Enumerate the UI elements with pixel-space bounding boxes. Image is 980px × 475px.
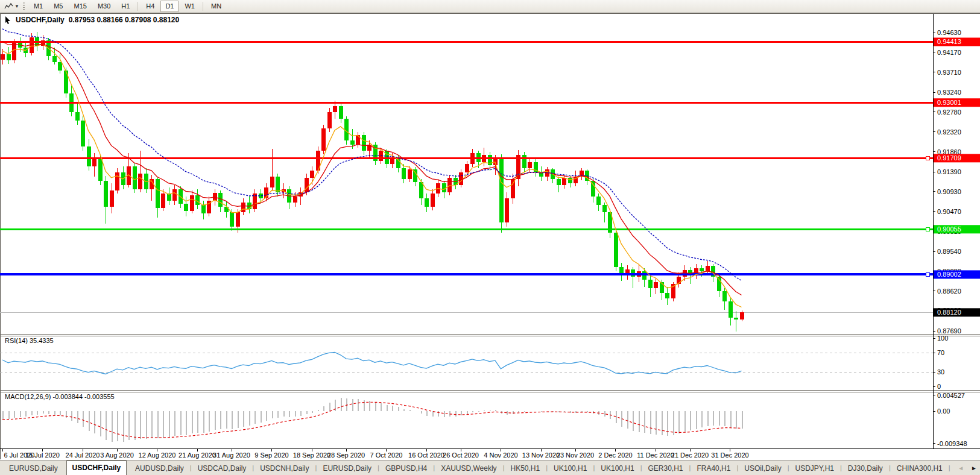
timeframe-button-h1[interactable]: H1 [116, 1, 134, 12]
timeframe-button-d1[interactable]: D1 [160, 1, 179, 12]
tab-usdjpy-h1-14[interactable]: USDJPY,H1 [790, 462, 839, 475]
candle-body [648, 280, 653, 288]
candle-body [293, 197, 297, 203]
timeframe-button-m15[interactable]: M15 [69, 1, 91, 12]
price-tick-label: 0.87690 [937, 327, 961, 335]
rsi-tick-label: 30 [937, 368, 944, 376]
candle-body [729, 301, 733, 318]
candle-body [7, 54, 11, 60]
timeframe-button-w1[interactable]: W1 [180, 1, 200, 12]
hline-handle-0.89002[interactable] [926, 272, 930, 276]
candles-layer [1, 32, 744, 332]
candle-body [562, 178, 566, 185]
candle-body [482, 155, 486, 162]
candle-body [470, 153, 475, 163]
candle-body [92, 158, 96, 166]
candle-body [52, 56, 57, 61]
candle-body [310, 171, 314, 178]
date-tick-label: 23 Nov 2020 [557, 451, 594, 459]
tab-usdcad-daily-3[interactable]: USDCAD,Daily [192, 462, 252, 475]
candle-body [138, 174, 142, 189]
current-price-label: 0.88120 [937, 309, 961, 316]
toolbar-grip[interactable] [23, 2, 25, 10]
candle-body [218, 193, 223, 207]
candle-body [230, 212, 234, 227]
timeframe-button-h4[interactable]: H4 [141, 1, 159, 12]
tab-usdcnh-daily-4[interactable]: USDCNH,Daily [254, 462, 314, 475]
candle-body [499, 159, 504, 222]
candle-body [58, 62, 62, 71]
hline-handle-0.91709[interactable] [926, 156, 930, 160]
ma-mid-red [2, 42, 742, 295]
tab-audusd-daily-2[interactable]: AUDUSD,Daily [130, 462, 189, 475]
tab-china300-h1-16[interactable]: CHINA300,H1 [891, 462, 948, 475]
tab-usdchf-daily-1[interactable]: USDCHF,Daily [66, 461, 127, 475]
candle-body [282, 189, 286, 192]
candle-body [367, 145, 371, 151]
tab-usoil-daily-13[interactable]: USOil,Daily [739, 462, 786, 475]
candle-body [30, 37, 34, 53]
toolbar-separator [203, 2, 203, 11]
candle-body [339, 106, 343, 119]
hline-label-0.90055: 0.90055 [937, 225, 961, 233]
candle-body [98, 158, 103, 181]
date-tick-label: 24 Jul 2020 [66, 451, 100, 459]
candle-body [585, 171, 589, 181]
candle-body [344, 119, 349, 140]
tab-dj30-daily-15[interactable]: DJ30,Daily [842, 462, 888, 475]
candle-body [608, 212, 612, 233]
timeframe-button-m5[interactable]: M5 [49, 1, 68, 12]
timeframe-button-m30[interactable]: M30 [93, 1, 115, 12]
candle-body [654, 282, 658, 288]
candle-body [81, 121, 85, 146]
tab-eurusd-daily-5[interactable]: EURUSD,Daily [317, 462, 377, 475]
tab-eurusd-daily-0[interactable]: EURUSD,Daily [4, 462, 63, 475]
tab-gbpusd-h4-6[interactable]: GBPUSD,H4 [380, 462, 432, 475]
chevron-down-icon: ▼ [14, 4, 19, 9]
candle-body [87, 146, 91, 166]
candle-body [264, 187, 268, 198]
price-tick-label: 0.90010 [937, 228, 961, 235]
candle-body [493, 159, 498, 165]
candle-body [150, 179, 154, 189]
chart-cursor-tool[interactable]: ▼ [2, 1, 21, 11]
price-tick-label: 0.90470 [937, 208, 961, 215]
candle-body [642, 271, 646, 280]
mouse-cursor-icon [5, 16, 11, 24]
candle-body [379, 151, 383, 160]
chart-tabbar: EURUSD,Daily|USDCHF,Daily|AUDUSD,Daily|U… [0, 460, 980, 475]
candle-body [64, 71, 68, 93]
tab-uk100-h1-10[interactable]: UK100,H1 [595, 462, 639, 475]
tab-scroll-left-icon[interactable]: ◄ [958, 465, 964, 471]
tab-xauusd-weekly-7[interactable]: XAUUSD,Weekly [435, 462, 502, 475]
candle-body [121, 172, 125, 185]
candle-body [396, 158, 400, 168]
price-tick-label: 0.91390 [937, 168, 961, 175]
rsi-line [2, 353, 742, 374]
tab-scroll-right-icon[interactable]: ► [971, 465, 977, 471]
candle-body [660, 282, 664, 292]
timeframe-button-mn[interactable]: MN [206, 1, 226, 12]
macd-signal-line [2, 402, 742, 438]
candle-body [350, 140, 355, 145]
candle-body [637, 271, 641, 277]
current-price-label-bg [934, 308, 980, 316]
hline-label-0.89002: 0.89002 [937, 271, 961, 278]
candle-body [1, 54, 5, 60]
macd-histogram [3, 398, 742, 441]
timeframe-button-m1[interactable]: M1 [29, 1, 48, 12]
tab-hk50-h1-8[interactable]: HK50,H1 [505, 462, 545, 475]
candle-body [568, 178, 572, 183]
date-tick-label: 6 Jul 2020 [4, 451, 35, 459]
tab-fra40-h1-12[interactable]: FRA40,H1 [691, 462, 736, 475]
candle-body [207, 201, 211, 213]
tab-ger30-h1-11[interactable]: GER30,H1 [643, 462, 689, 475]
candle-body [213, 193, 217, 201]
chart-title: USDCHF,Daily 0.87953 0.88166 0.87908 0.8… [5, 16, 179, 24]
candle-body [528, 162, 532, 168]
candle-body [454, 178, 458, 185]
hline-handle-0.90055[interactable] [926, 227, 930, 231]
candle-body [694, 268, 698, 275]
tab-uk100-h1-9[interactable]: UK100,H1 [548, 462, 592, 475]
candle-body [241, 203, 245, 212]
